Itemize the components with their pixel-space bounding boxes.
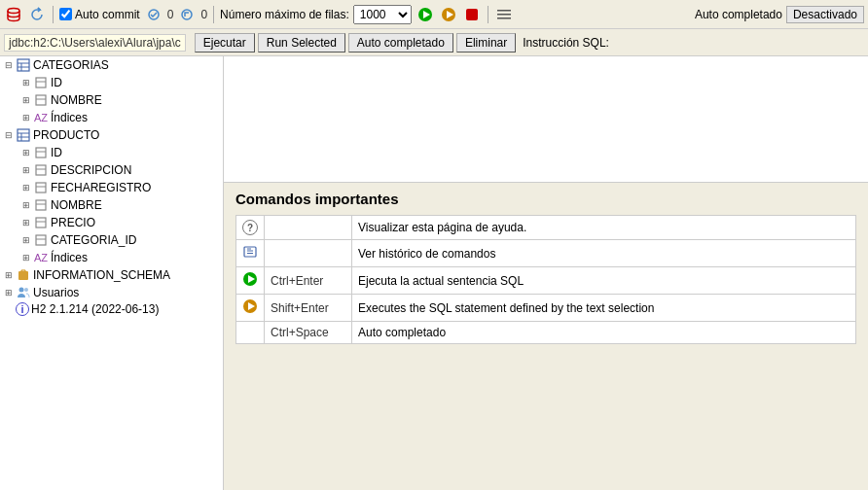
index-icon-prod: AZ — [33, 250, 49, 265]
tree-item-categorias[interactable]: ⊟ CATEGORIAS — [0, 56, 223, 74]
tree-label-categorias: CATEGORIAS — [33, 58, 109, 72]
tree-item-producto-nombre[interactable]: ⊞ NOMBRE — [0, 196, 223, 214]
users-icon — [16, 285, 31, 300]
tree-label-cat-id: ID — [51, 76, 62, 89]
tree-label-prod-cat-id: CATEGORIA_ID — [51, 233, 136, 247]
expand-prod-precio[interactable]: ⊞ — [19, 216, 33, 229]
help-desc-help: Visualizar esta página de ayuda. — [352, 216, 856, 240]
expand-cat-indices[interactable]: ⊞ — [19, 111, 33, 124]
icon-run-selected-orange[interactable] — [439, 5, 458, 24]
expand-cat-nombre[interactable]: ⊞ — [19, 93, 33, 107]
svg-rect-23 — [36, 148, 46, 158]
tree-item-producto[interactable]: ⊟ PRODUCTO — [0, 126, 223, 144]
eliminar-button[interactable]: Eliminar — [456, 33, 516, 52]
help-area: Comandos importantes ? Visualizar esta p… — [224, 183, 868, 490]
sql-textarea[interactable] — [224, 56, 868, 182]
action-bar: jdbc:h2:C:\Users\alexi\Alura\jpa\c Ejecu… — [0, 29, 868, 56]
help-row-help: ? Visualizar esta página de ayuda. — [236, 216, 856, 240]
left-panel: ⊟ CATEGORIAS ⊞ ID ⊞ NOMBRE ⊞ AZ Índice — [0, 56, 224, 490]
help-icon-cell-history — [236, 240, 265, 267]
help-key-run: Ctrl+Enter — [265, 267, 352, 295]
help-key-auto: Ctrl+Space — [265, 322, 352, 344]
column-icon-prod-nombre — [33, 197, 49, 213]
table-icon-producto — [16, 127, 31, 143]
tree-label-prod-fecha: FECHAREGISTRO — [51, 181, 151, 194]
svg-rect-27 — [36, 183, 46, 192]
expand-prod-cat-id[interactable]: ⊞ — [19, 233, 33, 247]
expand-prod-fecha[interactable]: ⊞ — [19, 181, 33, 194]
instruccion-label: Instrucción SQL: — [523, 36, 609, 50]
help-row-history: Ver histórico de comandos — [236, 240, 856, 267]
expand-prod-nombre[interactable]: ⊞ — [19, 198, 33, 212]
expand-usuarios[interactable]: ⊞ — [2, 286, 16, 299]
tree-label-prod-id: ID — [51, 146, 62, 159]
run-selected-button[interactable]: Run Selected — [258, 33, 345, 52]
help-desc-history: Ver histórico de comandos — [352, 240, 856, 267]
tree-item-usuarios[interactable]: ⊞ Usuarios — [0, 284, 223, 301]
tree-item-producto-indices[interactable]: ⊞ AZ Índices — [0, 249, 223, 266]
run-icon — [242, 271, 258, 287]
expand-prod-id[interactable]: ⊞ — [19, 146, 33, 159]
sql-editor — [224, 56, 868, 183]
icon-stop-red[interactable] — [462, 5, 482, 24]
help-icon-cell-help: ? — [236, 216, 265, 240]
svg-rect-33 — [36, 235, 46, 245]
icon-refresh[interactable] — [27, 5, 47, 24]
tree-label-producto: PRODUCTO — [33, 128, 99, 142]
svg-rect-17 — [36, 95, 46, 105]
tree-item-producto-fecharegistro[interactable]: ⊞ FECHAREGISTRO — [0, 179, 223, 196]
auto-commit-checkbox[interactable] — [59, 8, 72, 20]
svg-rect-10 — [497, 18, 511, 19]
column-icon-prod-fecha — [33, 180, 49, 195]
info-icon: i — [16, 302, 29, 316]
main-toolbar: Auto commit 0 0 Número máximo de filas: … — [0, 0, 868, 29]
help-row-run: Ctrl+Enter Ejecuta la actual sentencia S… — [236, 267, 856, 295]
tree-label-cat-nombre: NOMBRE — [51, 93, 102, 107]
svg-rect-25 — [36, 165, 46, 175]
desactivado-button[interactable]: Desactivado — [786, 6, 864, 23]
auto-commit-label[interactable]: Auto commit — [59, 8, 140, 21]
tree-item-producto-descripcion[interactable]: ⊞ DESCRIPCION — [0, 161, 223, 179]
tree-item-producto-id[interactable]: ⊞ ID — [0, 144, 223, 161]
help-key-history — [265, 240, 352, 267]
expand-prod-indices[interactable]: ⊞ — [19, 251, 33, 264]
max-rows-label: Número máximo de filas: — [220, 8, 349, 21]
sep2 — [213, 6, 214, 23]
tree-item-h2-version[interactable]: ⊞ i H2 2.1.214 (2022-06-13) — [0, 301, 223, 317]
help-table: ? Visualizar esta página de ayuda. Ver h… — [235, 215, 856, 344]
expand-categorias[interactable]: ⊟ — [2, 58, 16, 72]
help-key-selected: Shift+Enter — [265, 295, 352, 322]
expand-cat-id[interactable]: ⊞ — [19, 76, 33, 89]
icon-commit[interactable] — [144, 5, 163, 24]
svg-rect-31 — [36, 218, 46, 228]
connection-label: jdbc:h2:C:\Users\alexi\Alura\jpa\c — [4, 34, 186, 52]
tree-item-categorias-indices[interactable]: ⊞ AZ Índices — [0, 109, 223, 126]
max-rows-select[interactable]: 1000 100 500 10000 — [353, 5, 412, 24]
icon-run-green[interactable] — [416, 5, 435, 24]
svg-point-37 — [24, 288, 28, 292]
expand-info-schema[interactable]: ⊞ — [2, 268, 16, 282]
icon-rollback[interactable] — [177, 5, 197, 24]
icon-settings[interactable] — [494, 5, 514, 24]
tree-label-prod-desc: DESCRIPCION — [51, 163, 131, 177]
tree-item-producto-categoria-id[interactable]: ⊞ CATEGORIA_ID — [0, 231, 223, 249]
svg-rect-11 — [18, 59, 29, 71]
tree-item-info-schema[interactable]: ⊞ INFORMATION_SCHEMA — [0, 266, 223, 284]
svg-rect-7 — [466, 9, 478, 20]
help-row-selected: Shift+Enter Executes the SQL statement d… — [236, 295, 856, 322]
help-row-autocomplete: Ctrl+Space Auto completado — [236, 322, 856, 344]
ejecutar-button[interactable]: Ejecutar — [195, 33, 255, 52]
icon-db[interactable] — [4, 5, 23, 24]
tree-item-categorias-nombre[interactable]: ⊞ NOMBRE — [0, 91, 223, 109]
tree-item-categorias-id[interactable]: ⊞ ID — [0, 74, 223, 91]
expand-producto[interactable]: ⊟ — [2, 128, 16, 142]
commit-count: 0 — [167, 8, 174, 21]
help-title: Comandos importantes — [235, 191, 856, 207]
svg-rect-9 — [497, 14, 511, 16]
svg-point-36 — [19, 288, 24, 293]
auto-completado-button[interactable]: Auto completado — [348, 33, 453, 52]
expand-prod-desc[interactable]: ⊞ — [19, 163, 33, 177]
sep1 — [53, 6, 54, 23]
tree-item-producto-precio[interactable]: ⊞ PRECIO — [0, 214, 223, 231]
index-icon-cat: AZ — [33, 110, 49, 125]
